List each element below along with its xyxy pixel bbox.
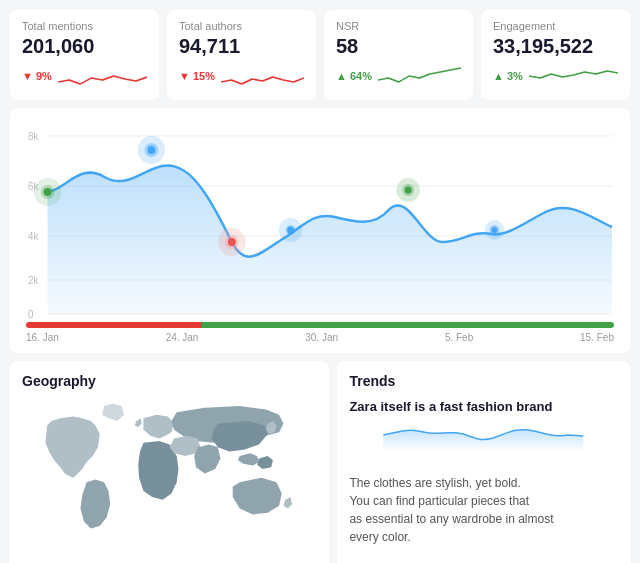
card-label: Total mentions xyxy=(22,20,147,32)
svg-point-21 xyxy=(287,227,294,234)
trends-title: Trends xyxy=(349,373,618,389)
svg-point-18 xyxy=(228,238,236,246)
card-total-authors: Total authors 94,711 ▼ 15% xyxy=(167,10,316,100)
svg-point-27 xyxy=(492,227,498,233)
card-value: 58 xyxy=(336,34,461,58)
card-bottom: ▼ 9% xyxy=(22,62,147,90)
card-engagement: Engagement 33,195,522 ▲ 3% xyxy=(481,10,630,100)
date-label-3: 30. Jan xyxy=(305,332,338,343)
card-label: Total authors xyxy=(179,20,304,32)
geography-title: Geography xyxy=(22,373,317,389)
card-value: 201,060 xyxy=(22,34,147,58)
trends-card: Trends Zara itself is a fast fashion bra… xyxy=(337,361,630,563)
card-sparkline xyxy=(58,62,147,90)
card-change: ▲ 3% xyxy=(493,70,523,82)
card-sparkline xyxy=(221,62,304,90)
card-label: Engagement xyxy=(493,20,618,32)
trend-sparkline-1 xyxy=(349,420,618,450)
svg-text:2k: 2k xyxy=(28,275,38,286)
trend-item-1: Zara itself is a fast fashion brand xyxy=(349,399,618,462)
card-value: 33,195,522 xyxy=(493,34,618,58)
svg-point-12 xyxy=(44,188,52,196)
card-change: ▼ 9% xyxy=(22,70,52,82)
date-label-4: 5. Feb xyxy=(445,332,473,343)
main-chart: 8k 6k 4k 2k 0 xyxy=(26,122,614,322)
trend-title-1: Zara itself is a fast fashion brand xyxy=(349,399,618,414)
date-label-2: 24. Jan xyxy=(166,332,199,343)
bottom-section: Geography xyxy=(0,361,640,563)
card-label: NSR xyxy=(336,20,461,32)
trend-description: The clothes are stylish, yet bold.You ca… xyxy=(349,474,618,546)
svg-text:4k: 4k xyxy=(28,231,38,242)
card-change: ▼ 15% xyxy=(179,70,215,82)
card-total-mentions: Total mentions 201,060 ▼ 9% xyxy=(10,10,159,100)
date-label-1: 16. Jan xyxy=(26,332,59,343)
top-cards-container: Total mentions 201,060 ▼ 9% Total author… xyxy=(0,0,640,108)
svg-point-24 xyxy=(405,187,412,194)
world-map-svg xyxy=(22,399,317,539)
date-label-5: 15. Feb xyxy=(580,332,614,343)
svg-text:8k: 8k xyxy=(28,131,38,142)
chart-dates: 16. Jan 24. Jan 30. Jan 5. Feb 15. Feb xyxy=(26,328,614,343)
svg-point-15 xyxy=(148,146,156,154)
card-bottom: ▲ 3% xyxy=(493,62,618,90)
card-value: 94,711 xyxy=(179,34,304,58)
card-nsr: NSR 58 ▲ 64% xyxy=(324,10,473,100)
card-change: ▲ 64% xyxy=(336,70,372,82)
chart-area: 8k 6k 4k 2k 0 xyxy=(26,122,614,322)
card-sparkline xyxy=(529,62,618,90)
card-bottom: ▼ 15% xyxy=(179,62,304,90)
svg-text:0: 0 xyxy=(28,309,34,320)
trend-item-2: The clothes are stylish, yet bold.You ca… xyxy=(349,474,618,546)
chart-card: 8k 6k 4k 2k 0 xyxy=(10,108,630,353)
geography-card: Geography xyxy=(10,361,329,563)
card-bottom: ▲ 64% xyxy=(336,62,461,90)
card-sparkline xyxy=(378,62,461,90)
